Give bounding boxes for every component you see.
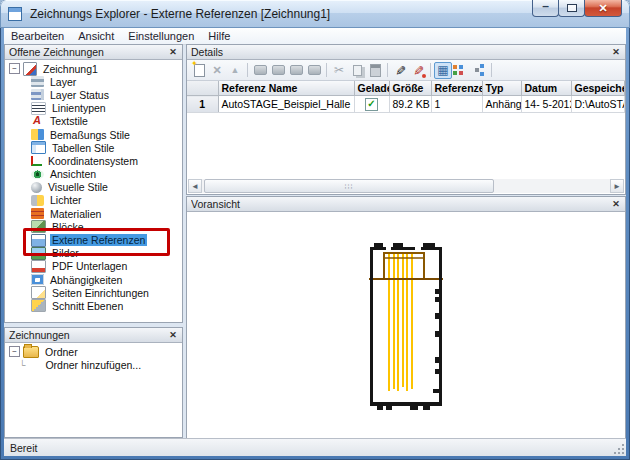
col-groesse[interactable]: Größe xyxy=(389,81,431,96)
cell-referenzen: 1 xyxy=(431,96,482,113)
menu-bearbeiten[interactable]: Bearbeiten xyxy=(4,29,71,43)
sidebar-item-externe-referenzen[interactable]: Externe Referenzen xyxy=(5,233,182,246)
floor-line xyxy=(369,278,443,280)
scroll-right-icon[interactable]: ► xyxy=(610,179,624,193)
tree-root-zeichnung1[interactable]: − Zeichnung1 xyxy=(5,62,182,75)
edit-pen-icon[interactable] xyxy=(391,62,409,79)
edit-color-pen-icon[interactable] xyxy=(409,62,427,79)
tree-item-ordner-hinzufuegen[interactable]: └ Ordner hinzufügen... xyxy=(5,358,182,371)
sidebar-item-layer-status[interactable]: Layer Status xyxy=(5,88,182,101)
menu-hilfe[interactable]: Hilfe xyxy=(201,29,237,43)
sidebar-item-ansichten[interactable]: Ansichten xyxy=(5,168,182,181)
toolbar-separator xyxy=(430,63,431,77)
paste-icon[interactable] xyxy=(366,62,384,79)
menu-ansicht[interactable]: Ansicht xyxy=(71,29,121,43)
sidebar-item-tabellen-stile[interactable]: Tabellen Stile xyxy=(5,141,182,154)
col-datum[interactable]: Datum xyxy=(521,81,571,96)
loaded-checkbox[interactable]: ✓ xyxy=(365,98,378,111)
close-panel-icon[interactable] xyxy=(610,199,622,210)
dimension-style-icon xyxy=(31,129,44,140)
panel-title: Details xyxy=(191,46,610,58)
table-row[interactable]: 1 AutoSTAGE_Beispiel_Halle ✓ 89.2 KB 1 A… xyxy=(187,96,625,113)
images-icon xyxy=(31,247,46,260)
col-referenzen[interactable]: Referenzen xyxy=(431,81,482,96)
attach-overlay-icon[interactable] xyxy=(269,62,287,79)
cell-groesse: 89.2 KB xyxy=(389,96,431,113)
toolbar-separator xyxy=(387,63,388,77)
view-thumbnails-icon[interactable] xyxy=(452,62,470,79)
views-eye-icon xyxy=(31,170,44,179)
sidebar-item-schnitt-ebenen[interactable]: Schnitt Ebenen xyxy=(5,299,182,312)
scrollbar-thumb[interactable] xyxy=(204,179,494,193)
col-typ[interactable]: Typ xyxy=(482,81,521,96)
materials-icon xyxy=(31,208,44,219)
sidebar-item-linientypen[interactable]: Linientypen xyxy=(5,102,182,115)
tree-root-label: Ordner xyxy=(43,346,80,358)
app-window: Zeichnungs Explorer - Externe Referenzen… xyxy=(0,0,630,460)
status-bar: Bereit xyxy=(4,438,626,456)
visual-style-sphere-icon xyxy=(31,182,42,193)
folder-icon xyxy=(23,346,39,358)
maximize-button[interactable] xyxy=(558,0,585,17)
copy-icon[interactable] xyxy=(348,62,366,79)
attach-reload-icon[interactable] xyxy=(305,62,323,79)
title-bar[interactable]: Zeichnungs Explorer - Externe Referenzen… xyxy=(0,0,630,28)
preview-panel: Voransicht xyxy=(186,196,626,438)
sidebar-item-bilder[interactable]: Bilder xyxy=(5,247,182,260)
ucs-icon xyxy=(31,156,42,166)
insert-icon[interactable] xyxy=(226,62,244,79)
sidebar-item-layer[interactable]: Layer xyxy=(5,75,182,88)
view-tree-icon[interactable] xyxy=(470,62,488,79)
toolbar-separator xyxy=(247,63,248,77)
sidebar-item-bemassungs-stile[interactable]: Bemaßungs Stile xyxy=(5,128,182,141)
horizontal-scrollbar[interactable]: ◄ ► xyxy=(188,179,624,193)
pdf-icon xyxy=(31,260,46,273)
sidebar-item-lichter[interactable]: Lichter xyxy=(5,194,182,207)
view-details-icon[interactable] xyxy=(434,62,452,79)
linetype-icon xyxy=(31,102,46,115)
expander-icon[interactable]: − xyxy=(9,346,20,357)
close-panel-icon[interactable] xyxy=(167,330,179,341)
sidebar-item-textstile[interactable]: Textstile xyxy=(5,115,182,128)
new-reference-icon[interactable] xyxy=(190,62,208,79)
page-setup-icon xyxy=(31,286,46,299)
close-button[interactable] xyxy=(584,0,622,17)
sidebar-item-bloecke[interactable]: Blöcke xyxy=(5,220,182,233)
col-referenz-name[interactable]: Referenz Name xyxy=(218,81,354,96)
toolbar-separator xyxy=(491,63,492,77)
hall-floorplan-preview xyxy=(367,239,445,413)
sidebar-item-visuelle-stile[interactable]: Visuelle Stile xyxy=(5,181,182,194)
close-panel-icon[interactable] xyxy=(610,47,622,58)
layer-icon xyxy=(31,76,44,87)
status-text: Bereit xyxy=(10,442,37,454)
details-panel: Details xyxy=(186,44,626,195)
blocks-icon xyxy=(31,220,46,233)
col-gespeichert[interactable]: Gespeichert xyxy=(571,81,625,96)
window-controls xyxy=(533,0,622,17)
col-rownum[interactable] xyxy=(187,81,218,96)
sidebar-item-materialien[interactable]: Materialien xyxy=(5,207,182,220)
resize-grip-icon[interactable] xyxy=(614,444,624,454)
drawings-panel: Zeichnungen − Ordner └ Ordner hinzufügen… xyxy=(4,327,183,438)
tree-root-ordner[interactable]: − Ordner xyxy=(5,345,182,358)
expander-icon[interactable]: − xyxy=(9,63,20,74)
sidebar-item-pdf-unterlagen[interactable]: PDF Unterlagen xyxy=(5,260,182,273)
cut-icon[interactable] xyxy=(330,62,348,79)
panel-title: Offene Zeichnungen xyxy=(9,46,167,58)
sidebar-item-abhaengigkeiten[interactable]: Abhängigkeiten xyxy=(5,273,182,286)
minimize-button[interactable] xyxy=(532,0,559,17)
sidebar-item-seiten-einrichtungen[interactable]: Seiten Einrichtungen xyxy=(5,286,182,299)
close-panel-icon[interactable] xyxy=(167,47,179,58)
menu-einstellungen[interactable]: Einstellungen xyxy=(121,29,201,43)
sidebar-item-koordinatensystem[interactable]: Koordinatensystem xyxy=(5,154,182,167)
textstyle-icon xyxy=(31,116,44,127)
attach-icon[interactable] xyxy=(251,62,269,79)
truss-lines xyxy=(388,252,413,391)
details-toolbar xyxy=(187,60,625,81)
attach-bind-icon[interactable] xyxy=(287,62,305,79)
col-geladen[interactable]: Geladen xyxy=(354,81,389,96)
dependencies-icon xyxy=(31,274,44,285)
drawings-tree: − Ordner └ Ordner hinzufügen... xyxy=(5,343,182,371)
delete-icon[interactable] xyxy=(208,62,226,79)
scroll-left-icon[interactable]: ◄ xyxy=(188,179,202,193)
